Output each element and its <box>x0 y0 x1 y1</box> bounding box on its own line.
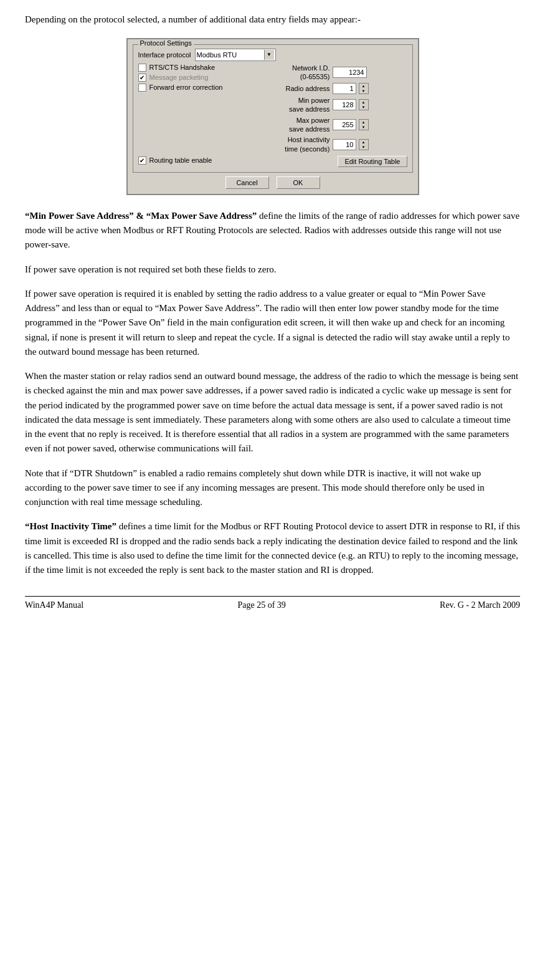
routing-checkbox[interactable]: ✔ <box>138 156 146 165</box>
min-power-spinner[interactable]: ▲ ▼ <box>359 99 369 110</box>
dropdown-arrow-icon[interactable]: ▼ <box>264 50 274 60</box>
spin-down-icon[interactable]: ▼ <box>359 125 368 130</box>
footer-manual: WinA4P Manual <box>25 600 83 610</box>
power-save-zero-text: If power save operation is not required … <box>25 262 520 277</box>
min-max-bold: “Min Power Save Address” & “Max Power Sa… <box>25 211 257 221</box>
host-inactivity-label: Host inactivity time (seconds) <box>268 135 330 153</box>
section-power-save-zero: If power save operation is not required … <box>25 262 520 277</box>
dialog-container: Protocol Settings Interface protocol Mod… <box>25 38 520 195</box>
msg-label: Message packeting <box>149 74 209 81</box>
section-host-inactivity: “Host Inactivity Time” defines a time li… <box>25 519 520 577</box>
routing-checkbox-area: ✔ Routing table enable <box>138 156 212 165</box>
min-power-input[interactable]: 128 <box>333 99 356 110</box>
radio-address-input[interactable]: 1 <box>333 83 356 94</box>
spin-up-icon[interactable]: ▲ <box>359 120 368 125</box>
host-inactivity-row: Host inactivity time (seconds) 10 ▲ ▼ <box>268 135 407 153</box>
rts-label: RTS/CTS Handshake <box>149 64 216 71</box>
host-inactivity-spinner[interactable]: ▲ ▼ <box>359 139 369 150</box>
host-inactivity-input[interactable]: 10 <box>333 139 356 150</box>
spin-down-icon[interactable]: ▼ <box>359 89 368 94</box>
interface-protocol-value: Modbus RTU <box>197 51 237 59</box>
spin-down-icon[interactable]: ▼ <box>359 145 368 150</box>
master-station-text: When the master station or relay radios … <box>25 369 520 456</box>
routing-table-label: Routing table enable <box>149 156 212 164</box>
network-id-input[interactable]: 1234 <box>333 67 367 78</box>
right-fields-col: Network I.D. (0-65535) 1234 Radio addres… <box>268 64 407 153</box>
page-footer: WinA4P Manual Page 25 of 39 Rev. G - 2 M… <box>25 596 520 610</box>
power-save-detail-text: If power save operation is required it i… <box>25 287 520 359</box>
fwd-checkbox-row: Forward error correction <box>138 84 263 92</box>
routing-table-row: ✔ Routing table enable Edit Routing Tabl… <box>138 156 407 167</box>
max-power-spinner[interactable]: ▲ ▼ <box>359 119 369 130</box>
footer-revision: Rev. G - 2 March 2009 <box>440 600 520 610</box>
rts-checkbox[interactable] <box>138 64 146 72</box>
edit-routing-table-button[interactable]: Edit Routing Table <box>338 156 407 167</box>
intro-text: Depending on the protocol selected, a nu… <box>25 12 520 27</box>
max-power-input[interactable]: 255 <box>333 119 356 130</box>
min-power-label: Min power save address <box>268 96 330 114</box>
interface-protocol-dropdown[interactable]: Modbus RTU ▼ <box>195 49 276 61</box>
max-power-label: Max power save address <box>268 116 330 134</box>
min-power-row: Min power save address 128 ▲ ▼ <box>268 96 407 114</box>
interface-protocol-row: Interface protocol Modbus RTU ▼ <box>138 49 407 61</box>
spin-up-icon[interactable]: ▲ <box>359 140 368 145</box>
section-power-save-detail: If power save operation is required it i… <box>25 287 520 359</box>
left-checkboxes: RTS/CTS Handshake ✔ Message packeting Fo… <box>138 64 263 153</box>
rts-checkbox-row: RTS/CTS Handshake <box>138 64 263 72</box>
ok-button[interactable]: OK <box>277 176 320 189</box>
msg-checkbox[interactable]: ✔ <box>138 74 146 82</box>
section-master-station: When the master station or relay radios … <box>25 369 520 456</box>
footer-page: Page 25 of 39 <box>237 600 285 610</box>
fwd-label: Forward error correction <box>149 84 223 91</box>
dialog-bottom-buttons: Cancel OK <box>133 176 413 189</box>
cancel-button[interactable]: Cancel <box>225 176 269 189</box>
spin-down-icon[interactable]: ▼ <box>359 105 368 110</box>
fwd-checkbox[interactable] <box>138 84 146 92</box>
spin-up-icon[interactable]: ▲ <box>359 100 368 105</box>
section-min-max: “Min Power Save Address” & “Max Power Sa… <box>25 209 520 252</box>
spin-up-icon[interactable]: ▲ <box>359 84 368 89</box>
max-power-row: Max power save address 255 ▲ ▼ <box>268 116 407 134</box>
host-inactivity-bold: “Host Inactivity Time” <box>25 521 116 531</box>
dialog-box: Protocol Settings Interface protocol Mod… <box>126 38 419 195</box>
msg-checkbox-row: ✔ Message packeting <box>138 74 263 82</box>
network-id-label: Network I.D. (0-65535) <box>268 64 330 82</box>
protocol-settings-group: Protocol Settings Interface protocol Mod… <box>133 44 413 173</box>
radio-address-row: Radio address 1 ▲ ▼ <box>268 83 407 94</box>
main-content-area: RTS/CTS Handshake ✔ Message packeting Fo… <box>138 64 407 153</box>
interface-protocol-label: Interface protocol <box>138 51 191 59</box>
network-id-row: Network I.D. (0-65535) 1234 <box>268 64 407 82</box>
radio-address-label: Radio address <box>268 84 330 93</box>
group-legend: Protocol Settings <box>138 39 194 47</box>
section-dtr-shutdown: Note that if “DTR Shutdown” is enabled a… <box>25 466 520 510</box>
radio-address-spinner[interactable]: ▲ ▼ <box>359 83 369 94</box>
dtr-shutdown-text: Note that if “DTR Shutdown” is enabled a… <box>25 466 520 510</box>
